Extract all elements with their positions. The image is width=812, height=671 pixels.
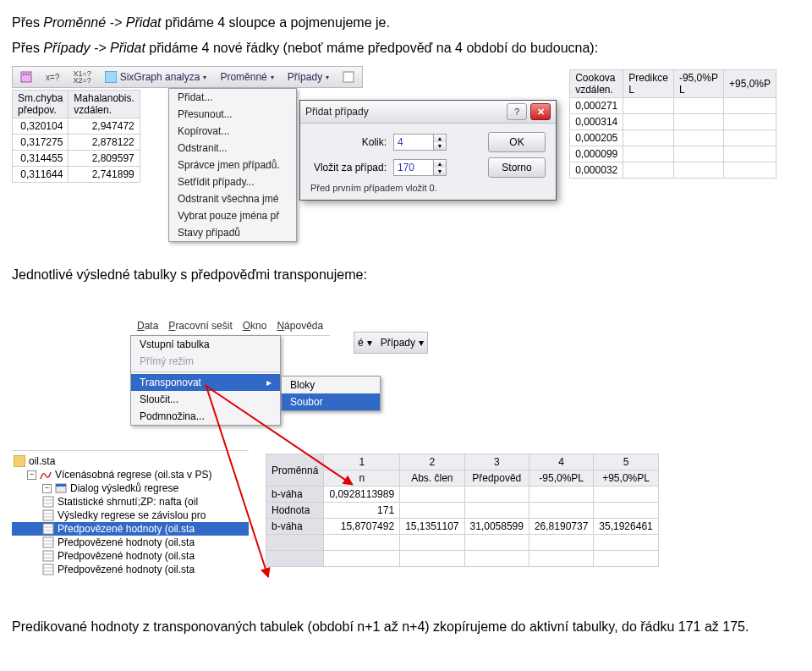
svg-rect-24 [43,564,53,575]
menu-item-presunout[interactable]: Přesunout... [169,106,296,123]
dialog-footnote: Před prvním případem vložit 0. [310,183,546,193]
menu-pracovni-sesit[interactable]: Pracovní sešit [168,320,232,332]
right-data-table: Cookovavzdálen. PredikceL -95,0%PL +95,0… [569,69,776,179]
dialog-pridat-pripady: Přidat případy ? ✕ Kolik: ▲▼ OK Vložit z… [299,100,557,201]
col-minus95: -95,0%PL [673,70,723,98]
toolbar-dropdown-promenne[interactable]: Proměnné ▾ [214,67,279,87]
svg-rect-15 [43,524,53,534]
tree-item[interactable]: Předpovězené hodnoty (oil.sta [12,536,249,549]
menubar: Data Pracovní sešit Okno Nápověda [130,316,330,336]
menu-item-kopirovat[interactable]: Kopírovat... [169,123,296,140]
chevron-down-icon: ▾ [419,337,424,349]
chevron-down-icon: ▾ [271,74,274,81]
table-row [266,535,659,551]
menu-okno[interactable]: Okno [243,320,267,332]
menu-item-odstranit-jmena[interactable]: Odstranit všechna jmé [169,190,296,207]
inp-kolik[interactable] [393,134,434,151]
table-row: 0,000271 [570,98,776,114]
stepper-kolik[interactable]: ▲▼ [434,134,447,151]
toolbar-btn-extra[interactable] [337,67,360,87]
table-row: b-váha 15,870749215,135110731,005859926,… [266,519,659,535]
tree-item[interactable]: Výsledky regrese se závislou pro [12,509,249,522]
tree-item[interactable]: − Dialog výsledků regrese [12,481,249,495]
table-row: 0,000099 [570,146,776,162]
svg-rect-0 [21,72,31,82]
svg-rect-18 [43,537,53,547]
tree-item[interactable]: Statistické shrnutí;ZP: nafta (oil [12,495,249,509]
label-kolik: Kolik: [310,136,387,148]
chevron-down-icon: ▾ [326,74,329,81]
toolbar-fragment: é▾ Případy▾ [354,332,428,354]
table-row: 0,000205 [570,130,776,146]
toolbar-btn-xeq[interactable]: x=? [40,67,65,87]
table-row: 0,000314 [570,114,776,130]
toolbar: x=? X1=?X2=? SixGraph analyza ▾ Proměnné… [12,66,363,88]
svg-rect-21 [43,551,53,561]
col-mahalanobis: Mahalanobis.vzdálen. [69,91,140,118]
label-vlozit: Vložit za případ: [310,162,387,173]
toolbar2-pripady[interactable]: Případy [381,337,415,349]
screenshot-block-1: x=? X1=?X2=? SixGraph analyza ▾ Proměnné… [12,66,800,252]
storno-button[interactable]: Storno [488,157,546,178]
svg-rect-6 [14,455,25,467]
col-plus95: +95,0%P [723,70,776,98]
panel-item-vstupni[interactable]: Vstupní tabulka [131,336,280,353]
tree-item[interactable]: Předpovězené hodnoty (oil.sta [12,549,249,563]
help-button[interactable]: ? [507,103,527,120]
svg-rect-5 [343,72,354,82]
svg-rect-4 [105,71,117,83]
instruction-2: Přes Případy -> Přidat přidáme 4 nové řá… [12,41,800,56]
toolbar-dropdown-pripady[interactable]: Případy ▾ [282,67,335,87]
collapse-icon[interactable]: − [27,470,36,480]
instruction-1: Přes Proměnné -> Přidat přidáme 4 sloupc… [12,15,800,30]
ok-button[interactable]: OK [488,132,546,152]
table-row: 0,000032 [570,162,776,179]
table-row: 0,3201042,947472 [13,118,140,135]
stepper-vlozit[interactable]: ▲▼ [434,159,447,176]
menu-item-stavy[interactable]: Stavy případů [169,224,296,241]
chevron-down-icon: ▼ [434,168,446,175]
chevron-down-icon: ▾ [203,74,206,81]
toolbar-btn-dotted[interactable] [14,67,38,87]
table-row: Hodnota 171 [266,503,659,519]
vlozit-input[interactable] [393,159,434,176]
menu-item-spravce[interactable]: Správce jmen případů. [169,157,296,173]
submenu-transponovat: Bloky Soubor [281,376,381,411]
submenu-item-soubor[interactable]: Soubor [282,393,380,410]
menu-data[interactable]: Data [137,320,158,332]
chevron-up-icon: ▲ [434,160,446,168]
table-row: 0,3116442,741899 [13,167,140,183]
left-data-table: Sm.chybapředpov. Mahalanobis.vzdálen. 0,… [12,90,140,183]
menu-item-setridit[interactable]: Setřídit případy... [169,173,296,190]
svg-point-3 [28,74,30,75]
collapse-icon[interactable]: − [42,484,52,493]
menu-napoveda[interactable]: Nápověda [277,320,323,332]
workbook-tree: oil.sta − Vícenásobná regrese (oil.sta v… [12,450,249,576]
col-cookova: Cookovavzdálen. [570,70,623,98]
lower-data-table: Proměnná 12345 nAbs. členPředpověd-95,0%… [266,454,659,567]
close-button[interactable]: ✕ [530,103,551,120]
menu-item-pridat[interactable]: Přidat... [169,89,296,106]
submenu-item-bloky[interactable]: Bloky [282,377,380,393]
tree-item[interactable]: Předpovězené hodnoty (oil.sta [12,563,249,576]
screenshot-block-2: Data Pracovní sešit Okno Nápověda Vstupn… [12,316,800,613]
instruction-outro: Predikované hodnoty z transponovaných ta… [12,619,800,635]
panel-item-sloucit[interactable]: Sloučit... [131,391,280,408]
menu-item-odstranit[interactable]: Odstranit... [169,140,296,157]
table-row: b-váha 0,0928113989 [266,487,659,503]
toolbar-btn-xneq[interactable]: X1=?X2=? [67,67,96,87]
tree-root[interactable]: oil.sta [12,454,249,468]
col-smchyba: Sm.chybapředpov. [13,91,69,118]
tree-item-selected[interactable]: Předpovězené hodnoty (oil.sta [12,522,249,536]
tree-item[interactable]: − Vícenásobná regrese (oil.sta v PS) [12,468,249,481]
chevron-down-icon: ▾ [367,337,372,349]
dialog-title: Přidat případy [305,106,369,118]
table-row: 0,3144552,809597 [13,151,140,167]
table-row: 0,3172752,878122 [13,135,140,151]
toolbar-dropdown-sixgraph[interactable]: SixGraph analyza ▾ [99,67,213,87]
data-menu-panel: Vstupní tabulka Přímý režim Transponovat… [130,335,281,426]
chevron-right-icon: ▸ [266,377,272,388]
svg-point-2 [25,74,27,75]
menu-item-vybrat-jmena[interactable]: Vybrat pouze jména př [169,207,296,224]
sixgraph-label: SixGraph analyza [120,71,200,83]
